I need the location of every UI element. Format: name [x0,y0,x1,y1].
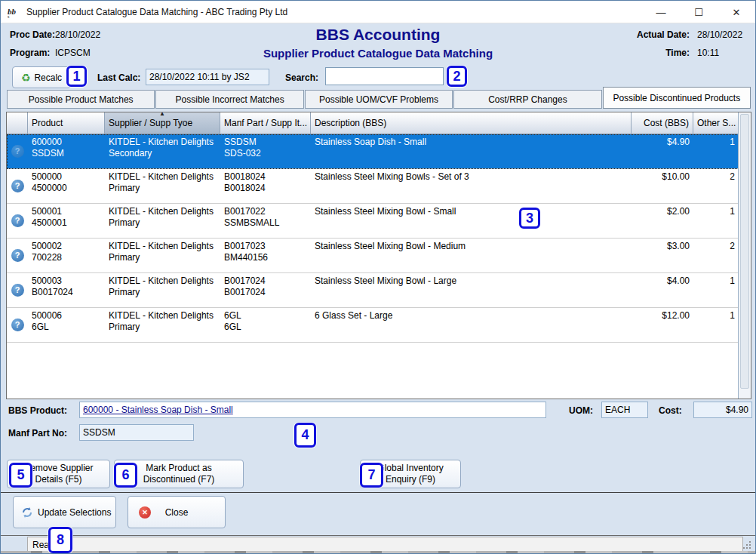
discontinue-line2: Discontinued (F7) [143,474,215,485]
cell-supp-item: 6GL [224,322,307,333]
recalc-button[interactable]: ♻ Recalc [12,66,71,88]
annotation-marker-1: 1 [66,66,87,87]
results-grid: Product ▲ Supplier / Supp Tyoe Manf Part… [6,112,751,399]
cell-manf-part: B0017023 [224,241,307,252]
update-selections-icon [21,506,33,519]
desktop-sliver [1,551,755,553]
bbs-product-field[interactable]: 600000 - Stainless Soap Dish - Small [79,402,546,418]
cell-product-code: 500002 [32,241,101,252]
cell-supp-item: B0017024 [224,287,307,298]
close-button[interactable]: ✕ Close [128,496,226,528]
grid-header: Product ▲ Supplier / Supp Tyoe Manf Part… [7,112,739,134]
cell-supp-type: Primary [109,252,217,263]
tab-possible-product-matches[interactable]: Possible Product Matches [7,90,155,109]
cell-description: Stainless Steel Mixing Bowls - Set of 3 [315,171,628,183]
column-header-product[interactable]: Product [28,112,105,134]
time-value: 10:11 [697,48,719,58]
bbs-product-label: BBS Product: [8,405,67,416]
cell-manf-part: B0018024 [224,171,307,183]
separator-line [1,492,755,493]
cost-field: $4.90 [693,402,752,418]
remove-supplier-line2: Details (F5) [35,474,81,485]
global-inventory-line2: Enquiry (F9) [386,474,435,485]
recalc-label: Recalc [34,72,62,83]
cell-supplier: KITDEL - Kitchen Delights [109,275,217,287]
cell-product-alt: SSDSM [32,148,101,159]
maximize-button[interactable]: ☐ [680,1,718,23]
resize-grip[interactable] [749,547,751,549]
cell-product-alt: 6GL [32,322,101,333]
cell-supp-item: B0018024 [224,183,307,194]
cell-manf-part: 6GL [224,310,307,322]
column-header-icon[interactable] [7,112,28,134]
table-row[interactable]: ? 500003B0017024 KITDEL - Kitchen Deligh… [7,273,739,308]
cell-product-code: 500000 [32,171,101,183]
cell-supp-type: Primary [109,217,217,229]
cell-description: Stainless Soap Dish - Small [315,137,628,148]
column-header-cost[interactable]: Cost (BBS) [632,112,693,134]
cell-supplier: KITDEL - Kitchen Delights [109,241,217,252]
cell-supp-item: BM440156 [224,252,307,263]
cell-product-code: 600000 [32,137,101,148]
cell-product-code: 500006 [32,310,101,322]
time-label: Time: [665,48,690,58]
manf-part-field[interactable]: SSDSM [79,424,194,441]
window-controls: — ☐ ✕ [642,1,755,23]
tab-possible-incorrect-matches[interactable]: Possible Incorrect Matches [155,90,303,109]
cell-supplier: KITDEL - Kitchen Delights [109,310,217,322]
column-header-other[interactable]: Other S... [693,112,739,134]
cell-manf-part: SSDSM [224,137,307,148]
cell-product-code: 500001 [32,206,101,217]
cell-cost: $3.00 [635,241,690,252]
tab-bar: Possible Product Matches Possible Incorr… [7,90,751,109]
vertical-scrollbar[interactable] [738,112,751,399]
actual-date-value: 28/10/2022 [697,29,742,40]
cell-supp-type: Primary [109,322,217,333]
annotation-marker-5: 5 [9,463,32,488]
annotation-marker-7: 7 [360,463,383,488]
actual-date-label: Actual Date: [637,29,690,40]
scrollbar-thumb[interactable] [740,114,749,389]
bbs-product-link[interactable]: 600000 - Stainless Soap Dish - Small [83,405,233,415]
cell-product-code: 500003 [32,275,101,287]
cell-supp-type: Primary [109,287,217,298]
cell-supp-item: SDS-032 [224,148,307,159]
cell-other: 1 [697,275,735,287]
table-row[interactable]: ? 500002700228 KITDEL - Kitchen Delights… [7,239,739,273]
tab-cost-rrp-changes[interactable]: Cost/RRP Changes [453,90,601,109]
table-row[interactable]: ? 5000004500000 KITDEL - Kitchen Delight… [7,169,739,204]
cell-other: 2 [697,241,735,252]
annotation-marker-6: 6 [114,463,137,488]
cell-supp-item: SSMBSMALL [224,217,307,229]
table-row[interactable]: ? 5000066GL KITDEL - Kitchen DelightsPri… [7,308,739,343]
table-row[interactable]: ? 5000014500001 KITDEL - Kitchen Delight… [7,204,739,239]
table-row[interactable]: ? 600000SSDSM KITDEL - Kitchen DelightsS… [7,134,739,169]
cell-description: Stainless Steel Mixing Bowl - Large [315,275,628,287]
cell-description: Stainless Steel Mixing Bowl - Small [315,206,628,217]
tab-possible-discontinued-products[interactable]: Possible Discontinued Products [603,87,751,109]
close-window-button[interactable]: ✕ [718,1,755,23]
global-inventory-line1: Global Inventory [377,463,443,474]
window-title: Supplier Product Catalogue Data Matching… [26,7,287,17]
manf-part-label: Manf Part No: [8,428,67,439]
uom-field: EACH [601,402,648,418]
annotation-marker-3: 3 [519,208,540,229]
cell-other: 1 [697,206,735,217]
column-header-manf-part[interactable]: Manf Part / Supp It... [220,112,311,134]
cell-manf-part: B0017024 [224,275,307,287]
question-icon: ? [11,284,24,297]
column-header-description[interactable]: Description (BBS) [311,112,632,134]
update-selections-button[interactable]: Update Selections [13,496,116,528]
column-header-supplier[interactable]: ▲ Supplier / Supp Tyoe [105,112,220,134]
app-icon: bb s [7,5,20,19]
cell-manf-part: B0017022 [224,206,307,217]
close-circle-icon: ✕ [139,506,151,519]
search-input[interactable] [325,67,444,85]
question-icon: ? [11,319,24,331]
minimize-button[interactable]: — [642,1,680,23]
cell-description: 6 Glass Set - Large [315,310,628,322]
tab-possible-uom-cvf-problems[interactable]: Possible UOM/CVF Problems [305,90,453,109]
cell-supplier: KITDEL - Kitchen Delights [109,206,217,217]
update-selections-label: Update Selections [38,507,111,518]
sort-ascending-icon: ▲ [159,112,165,117]
